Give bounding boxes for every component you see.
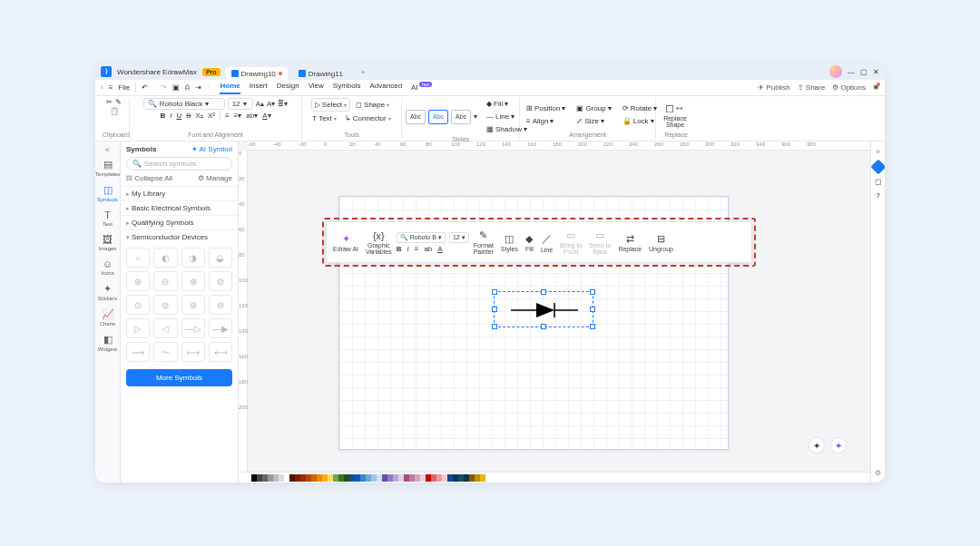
font-color-icon[interactable]: A▾ — [262, 112, 270, 120]
decrease-font-icon[interactable]: A▾ — [267, 100, 275, 108]
color-swatch[interactable] — [480, 474, 485, 482]
symbol-search[interactable]: 🔍Search symbols — [126, 157, 232, 171]
strike-button[interactable]: S — [186, 112, 191, 120]
resize-handle[interactable] — [590, 307, 595, 312]
ctx-font-color[interactable]: A — [437, 245, 442, 253]
subscript-button[interactable]: X₂ — [196, 112, 203, 120]
rail-templates[interactable]: ▤Templates — [95, 156, 120, 180]
publish-button[interactable]: ✈ Publish — [758, 83, 789, 92]
symbol-cell[interactable]: ⤳ — [153, 342, 177, 362]
connector-tool[interactable]: ↳ Connector▾ — [342, 112, 394, 124]
rail-text[interactable]: TText — [95, 207, 120, 229]
resize-handle[interactable] — [492, 289, 497, 295]
align-left-icon[interactable]: ≡ — [225, 112, 230, 120]
right-rail-help[interactable]: ? — [876, 191, 879, 200]
italic-button[interactable]: I — [170, 112, 172, 120]
fab-ai[interactable]: ✦ — [830, 437, 847, 453]
resize-handle[interactable] — [541, 289, 546, 295]
rail-stickers[interactable]: ✦Stickers — [95, 280, 120, 304]
export-button[interactable]: ⇥ — [195, 83, 201, 92]
select-tool[interactable]: ▷ Select▾ — [311, 98, 350, 112]
rotate-button[interactable]: ⟳ Rotate▾ — [620, 102, 661, 114]
rail-images[interactable]: 🖼Images — [95, 231, 120, 254]
replace-shape-button[interactable]: ◻↔Replace Shape — [660, 102, 691, 128]
symbol-cell[interactable]: ⊘ — [209, 271, 232, 291]
symbol-cell[interactable]: ⊖ — [153, 271, 177, 291]
minimize-button[interactable]: — — [848, 68, 855, 76]
cat-basic-electrical[interactable]: Basic Electrical Symbols — [121, 200, 238, 215]
font-size-combo[interactable]: 12▾ — [228, 98, 253, 110]
symbol-cell[interactable]: ⟻ — [209, 342, 232, 362]
ctx-graphic-variables[interactable]: {x}Graphic Variables — [363, 230, 395, 255]
close-button[interactable]: ✕ — [873, 68, 879, 76]
resize-handle[interactable] — [590, 289, 595, 295]
resize-handle[interactable] — [492, 324, 497, 329]
save-button[interactable]: ▣ — [172, 83, 180, 92]
menu-insert[interactable]: Insert — [250, 82, 268, 94]
menu-view[interactable]: View — [309, 82, 324, 94]
ctx-size-combo[interactable]: 12▾ — [449, 232, 469, 243]
menu-ai[interactable]: AIhot — [411, 82, 432, 94]
resize-handle[interactable] — [492, 307, 497, 312]
resize-handle[interactable] — [541, 324, 546, 329]
ctx-format-painter[interactable]: ✎Format Painter — [471, 229, 496, 255]
canvas[interactable]: ✦Edraw AI {x}Graphic Variables 🔍Roboto B… — [248, 151, 870, 472]
ctx-edraw-ai[interactable]: ✦Edraw AI — [330, 233, 361, 252]
ctx-replace[interactable]: ⇄Replace — [615, 233, 644, 252]
collapse-all-button[interactable]: ⊟ Collapse All — [126, 174, 172, 182]
symbol-cell[interactable]: ◒ — [209, 248, 232, 268]
ctx-styles[interactable]: ◫Styles — [498, 233, 521, 252]
symbol-cell[interactable]: ○ — [126, 248, 150, 268]
cat-semiconductor[interactable]: Semiconductor Devices — [121, 229, 238, 244]
superscript-button[interactable]: X² — [208, 112, 215, 120]
rail-widgets[interactable]: ◧Widgets — [95, 331, 120, 355]
fab-sparkle[interactable]: ✦ — [808, 437, 825, 453]
rail-charts[interactable]: 📈Charts — [95, 306, 120, 329]
ctx-bring-front[interactable]: ▭Bring to Front — [557, 229, 584, 255]
text-tool[interactable]: T Text▾ — [309, 112, 339, 124]
hamburger-icon[interactable]: ≡ — [109, 83, 113, 92]
symbol-cell[interactable]: ◁ — [153, 318, 177, 338]
manage-button[interactable]: ⚙ Manage — [198, 174, 232, 182]
resize-handle[interactable] — [590, 324, 595, 329]
right-rail-format[interactable] — [870, 160, 885, 175]
font-combo[interactable]: 🔍Roboto Black▾ — [143, 98, 225, 110]
menu-symbols[interactable]: Symbols — [333, 82, 361, 94]
ctx-highlight[interactable]: ab — [424, 245, 432, 253]
undo-button[interactable]: ↶ — [142, 83, 148, 92]
lock-button[interactable]: 🔒 Lock▾ — [620, 115, 661, 127]
document-tab-2[interactable]: Drawing11 — [293, 67, 348, 80]
align-button[interactable]: ≡ Align▾ — [524, 115, 568, 127]
ctx-ungroup[interactable]: ⊟Ungroup — [646, 233, 676, 252]
highlight-icon[interactable]: ab▾ — [246, 112, 258, 120]
ctx-fill[interactable]: ◆Fill — [523, 233, 536, 252]
ctx-align[interactable]: ≡ — [415, 245, 419, 253]
ctx-line[interactable]: ／Line — [538, 232, 555, 253]
menu-advanced[interactable]: Advanced — [370, 82, 403, 94]
size-button[interactable]: ⤢ Size▾ — [573, 115, 613, 127]
rail-symbols[interactable]: ◫Symbols — [95, 181, 120, 205]
ai-symbol-button[interactable]: ✦ AI Symbol — [191, 145, 232, 153]
redo-button[interactable]: ↷ — [161, 83, 167, 92]
new-tab-button[interactable]: ＋ — [359, 67, 367, 77]
symbol-cell[interactable]: ⟿ — [126, 342, 150, 362]
symbol-cell[interactable]: ◑ — [181, 248, 205, 268]
symbol-cell[interactable]: ◐ — [153, 248, 177, 268]
increase-font-icon[interactable]: A▴ — [256, 100, 264, 108]
symbol-cell[interactable]: —▶ — [209, 318, 232, 338]
right-rail-layers[interactable]: ▢ — [875, 178, 882, 186]
paste-icon[interactable]: 📋 — [110, 107, 119, 115]
shape-tool[interactable]: ◻ Shape▾ — [353, 99, 392, 111]
symbol-cell[interactable]: ⊜ — [209, 295, 232, 315]
collapse-rail-icon[interactable]: « — [105, 145, 110, 154]
style-preset-3[interactable]: Abc — [451, 110, 471, 124]
format-painter-icon[interactable]: ✎ — [115, 98, 122, 106]
notifications-icon[interactable]: ✺ — [873, 83, 879, 92]
symbol-cell[interactable]: ⊛ — [181, 295, 205, 315]
symbol-cell[interactable]: ▷ — [126, 318, 150, 338]
align-center-icon[interactable]: ≡▾ — [234, 112, 242, 120]
menu-home[interactable]: Home — [220, 82, 240, 94]
rail-icons[interactable]: ☺Icons — [95, 256, 120, 278]
position-button[interactable]: ⊞ Position▾ — [524, 102, 568, 114]
symbol-cell[interactable]: —▷ — [181, 318, 205, 338]
